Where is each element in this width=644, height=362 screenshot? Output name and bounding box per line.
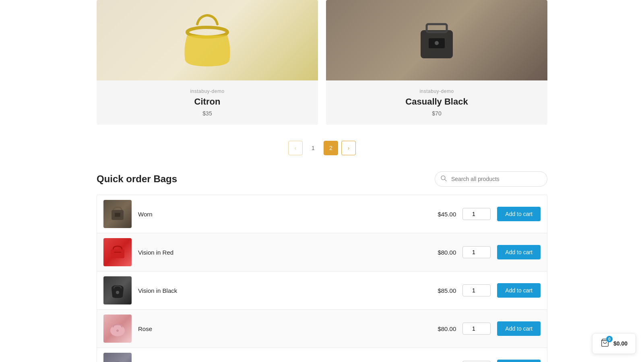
table-row: Vision in Black $85.00 Add to cart [97, 272, 547, 310]
table-row: Vision in Red $80.00 Add to cart [97, 233, 547, 272]
svg-rect-8 [115, 213, 120, 217]
cart-icon-wrap: 0 [601, 338, 609, 349]
quantity-input-rose[interactable] [462, 323, 491, 335]
product-name-vision-black: Vision in Black [138, 287, 417, 294]
product-card-info-black: instabuy-demo Casually Black $70 [326, 80, 547, 125]
product-name-rose: Rose [138, 325, 417, 332]
product-thumb-worn [103, 200, 132, 228]
product-vendor-black: instabuy-demo [334, 88, 539, 94]
table-row: Worn $45.00 Add to cart [97, 195, 547, 233]
search-icon [440, 175, 447, 183]
product-card-image-citron [97, 0, 318, 80]
pagination-prev[interactable]: ‹ [288, 141, 303, 155]
pagination-next[interactable]: › [341, 141, 356, 155]
pagination: ‹ 1 2 › [97, 141, 547, 155]
product-thumb-rose [103, 315, 132, 343]
product-card-casually-black[interactable]: instabuy-demo Casually Black $70 [326, 0, 547, 125]
product-name-vision-red: Vision in Red [138, 249, 417, 256]
svg-point-4 [435, 41, 439, 45]
product-vendor-citron: instabuy-demo [105, 88, 310, 94]
product-card-citron[interactable]: instabuy-demo Citron $35 [97, 0, 318, 125]
svg-rect-10 [114, 252, 121, 253]
add-to-cart-vision-red[interactable]: Add to cart [497, 245, 541, 259]
cart-badge: 0 [606, 336, 613, 342]
product-price-black: $70 [334, 110, 539, 117]
product-thumb-red [103, 238, 132, 266]
add-to-cart-vision-black[interactable]: Add to cart [497, 283, 541, 298]
product-name-worn: Worn [138, 211, 417, 218]
product-price-rose: $80.00 [424, 325, 456, 332]
quick-order-list: Worn $45.00 Add to cart Vision in Red $8… [97, 195, 547, 362]
svg-rect-9 [111, 249, 124, 258]
quantity-input-vision-black[interactable] [462, 284, 491, 296]
search-container [435, 171, 547, 187]
product-title-black: Casually Black [334, 97, 539, 107]
quick-order-title: Quick order Bags [97, 173, 177, 185]
product-title-citron: Citron [105, 97, 310, 107]
product-thumb-shoulder [103, 353, 132, 362]
cart-total: $0.00 [613, 340, 627, 347]
add-to-cart-worn[interactable]: Add to cart [497, 207, 541, 221]
product-price-citron: $35 [105, 110, 310, 117]
svg-point-13 [116, 329, 119, 332]
quantity-input-vision-red[interactable] [462, 246, 491, 258]
quantity-input-worn[interactable] [462, 208, 491, 220]
product-price-vision-red: $80.00 [424, 249, 456, 256]
product-price-vision-black: $85.00 [424, 287, 456, 294]
add-to-cart-rose[interactable]: Add to cart [497, 321, 541, 336]
table-row: Rose $80.00 Add to cart [97, 310, 547, 348]
cart-widget[interactable]: 0 $0.00 [592, 333, 636, 354]
product-card-info-citron: instabuy-demo Citron $35 [97, 80, 318, 125]
svg-line-6 [445, 179, 446, 181]
quick-order-header: Quick order Bags [97, 171, 547, 187]
table-row: Over the Shoulder $80.00 Add to cart [97, 348, 547, 362]
svg-point-11 [116, 291, 119, 294]
pagination-page-1[interactable]: 1 [306, 141, 320, 155]
add-to-cart-shoulder[interactable]: Add to cart [497, 360, 541, 362]
product-price-worn: $45.00 [424, 211, 456, 218]
product-cards-section: instabuy-demo Citron $35 instabuy-demo C… [97, 0, 547, 125]
search-input[interactable] [435, 171, 547, 187]
product-thumb-black [103, 276, 132, 304]
product-card-image-black [326, 0, 547, 80]
pagination-page-2[interactable]: 2 [324, 141, 338, 155]
